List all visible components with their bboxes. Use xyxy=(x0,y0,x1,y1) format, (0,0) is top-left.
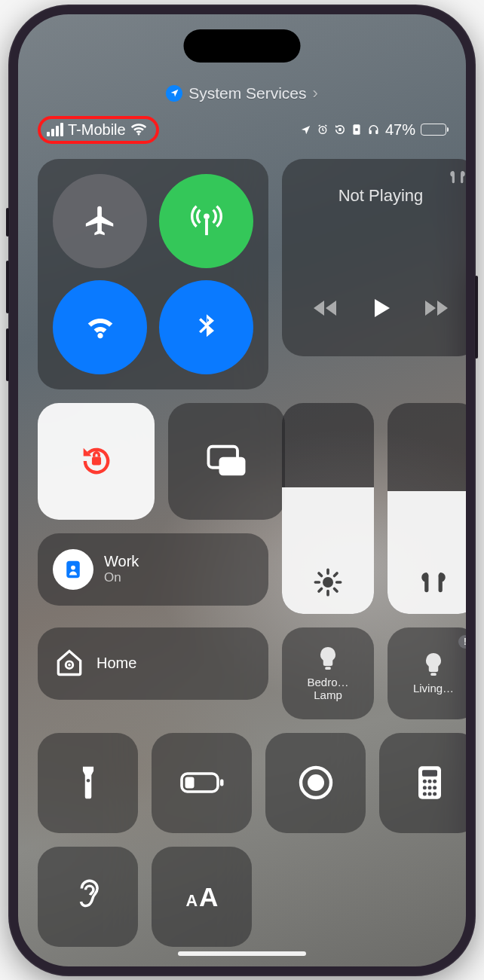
airplane-icon xyxy=(83,203,118,238)
svg-point-22 xyxy=(308,774,324,791)
svg-point-10 xyxy=(323,577,333,588)
svg-rect-16 xyxy=(430,673,437,676)
text-size-icon: A A xyxy=(182,881,222,911)
screen-mirroring-button[interactable] xyxy=(168,403,285,520)
flashlight-button[interactable] xyxy=(38,733,138,833)
text-size-button[interactable]: A A xyxy=(152,847,252,947)
cellular-antenna-icon xyxy=(189,203,224,238)
homekit-label: Bedro… Lamp xyxy=(307,676,348,701)
cellular-data-toggle[interactable] xyxy=(159,174,253,268)
bluetooth-toggle[interactable] xyxy=(159,280,253,374)
screen: System Services › T-Mobile xyxy=(18,14,466,966)
headphones-status-icon xyxy=(367,124,380,136)
brightness-slider[interactable] xyxy=(282,403,374,614)
svg-point-14 xyxy=(68,663,71,666)
svg-point-27 xyxy=(433,780,437,783)
alarm-icon xyxy=(317,124,329,136)
airplane-mode-toggle[interactable] xyxy=(53,174,147,268)
status-left-highlight: T-Mobile xyxy=(38,116,159,144)
focus-state: On xyxy=(104,570,139,585)
battery-icon xyxy=(421,124,446,136)
media-title: Not Playing xyxy=(299,186,463,206)
svg-rect-7 xyxy=(91,457,100,466)
low-power-mode-button[interactable] xyxy=(152,733,252,833)
rotation-lock-toggle[interactable] xyxy=(38,403,155,520)
shortcuts-status-icon xyxy=(351,124,362,136)
lightbulb-icon xyxy=(422,651,445,678)
svg-point-28 xyxy=(422,786,426,789)
svg-rect-20 xyxy=(185,777,194,789)
bluetooth-icon xyxy=(191,310,222,344)
calculator-icon xyxy=(415,764,445,801)
homekit-accessory-bedroom[interactable]: Bedro… Lamp xyxy=(282,627,374,719)
breadcrumb-label: System Services xyxy=(188,84,306,102)
home-label: Home xyxy=(96,655,136,672)
wifi-icon xyxy=(83,310,118,344)
airpods-badge-icon xyxy=(448,169,466,188)
cellular-signal-icon xyxy=(47,123,63,136)
volume-slider[interactable] xyxy=(388,403,466,614)
svg-point-31 xyxy=(422,792,426,796)
wifi-toggle[interactable] xyxy=(53,280,147,374)
homekit-label: Living… xyxy=(413,682,454,695)
svg-text:A: A xyxy=(185,892,198,911)
home-tile[interactable]: Home xyxy=(38,627,268,700)
svg-rect-1 xyxy=(338,128,341,131)
svg-rect-4 xyxy=(369,130,371,134)
warning-badge-icon: ! xyxy=(458,635,466,649)
svg-point-26 xyxy=(427,780,431,783)
fast-forward-button[interactable] xyxy=(419,298,449,322)
lightbulb-icon xyxy=(317,645,339,672)
rotation-lock-status-icon xyxy=(334,124,346,136)
svg-point-25 xyxy=(422,780,426,783)
home-icon xyxy=(53,646,86,682)
svg-rect-3 xyxy=(355,128,357,130)
rewind-button[interactable] xyxy=(312,298,342,322)
svg-point-6 xyxy=(204,213,210,219)
svg-point-30 xyxy=(433,786,437,789)
svg-point-33 xyxy=(433,792,437,796)
hearing-icon xyxy=(72,877,104,916)
battery-percent: 47% xyxy=(385,121,415,139)
rotation-lock-icon xyxy=(77,441,116,481)
svg-rect-19 xyxy=(220,780,224,786)
focus-work-icon xyxy=(53,549,93,590)
status-right: 47% xyxy=(300,121,446,139)
svg-rect-5 xyxy=(375,130,378,134)
homekit-accessory-living[interactable]: ! Living… xyxy=(388,627,466,719)
svg-point-32 xyxy=(427,792,431,796)
svg-rect-24 xyxy=(422,770,437,776)
low-power-icon xyxy=(179,770,225,795)
svg-point-17 xyxy=(86,779,90,783)
breadcrumb[interactable]: System Services › xyxy=(18,84,466,103)
location-badge-icon xyxy=(166,85,182,102)
location-arrow-icon xyxy=(300,124,311,136)
svg-point-12 xyxy=(71,565,75,569)
control-center: Not Playing xyxy=(38,159,446,897)
airpods-icon xyxy=(418,570,449,597)
focus-name: Work xyxy=(104,553,139,570)
calculator-button[interactable] xyxy=(379,733,466,833)
svg-text:A: A xyxy=(198,883,217,912)
connectivity-group[interactable] xyxy=(38,159,268,389)
wifi-icon xyxy=(130,124,147,136)
carrier-label: T-Mobile xyxy=(68,121,126,139)
flashlight-icon xyxy=(75,764,101,801)
phone-frame: System Services › T-Mobile xyxy=(8,5,476,976)
chevron-right-icon: › xyxy=(313,84,318,103)
svg-point-29 xyxy=(427,786,431,789)
screen-record-button[interactable] xyxy=(265,733,366,833)
media-controls[interactable]: Not Playing xyxy=(282,159,466,356)
focus-tile[interactable]: Work On xyxy=(38,533,268,606)
svg-rect-9 xyxy=(219,457,245,476)
brightness-icon xyxy=(313,567,343,597)
status-bar: T-Mobile xyxy=(18,116,466,144)
dynamic-island xyxy=(184,29,301,63)
hearing-button[interactable] xyxy=(38,847,138,947)
play-button[interactable] xyxy=(369,295,393,325)
svg-rect-15 xyxy=(325,667,331,670)
screen-record-icon xyxy=(298,765,334,801)
home-indicator[interactable] xyxy=(178,951,306,956)
screen-mirroring-icon xyxy=(206,443,248,479)
